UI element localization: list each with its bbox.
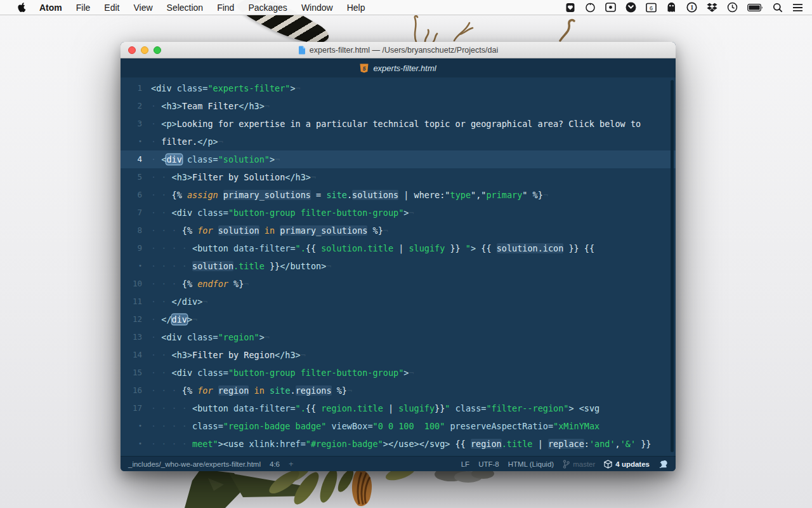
menu-atom[interactable]: Atom bbox=[32, 0, 69, 15]
tab-experts-filter[interactable]: 5 experts-filter.html bbox=[360, 64, 436, 73]
menu-edit[interactable]: Edit bbox=[97, 0, 126, 15]
menu-find[interactable]: Find bbox=[210, 0, 241, 15]
dropbox-icon[interactable] bbox=[707, 3, 717, 13]
menu-selection[interactable]: Selection bbox=[160, 0, 211, 15]
code-row[interactable]: 1<div class="experts-filter">¬ bbox=[121, 79, 676, 97]
token-tag: > bbox=[270, 154, 275, 164]
squirrel-icon[interactable] bbox=[658, 460, 668, 469]
vertical-scrollbar[interactable] bbox=[671, 80, 674, 452]
line-number[interactable]: 4 bbox=[121, 150, 142, 168]
line-number[interactable]: 9 bbox=[121, 239, 142, 257]
document-proxy-icon[interactable] bbox=[298, 46, 306, 55]
code-row[interactable]: 10···{% endfor %}¬ bbox=[121, 275, 676, 293]
line-number[interactable]: 2 bbox=[121, 97, 142, 115]
menu-packages[interactable]: Packages bbox=[241, 0, 294, 15]
menu-window[interactable]: Window bbox=[294, 0, 340, 15]
timer-circle-icon[interactable] bbox=[585, 2, 596, 13]
line-number[interactable]: 3 bbox=[121, 115, 142, 133]
code-row[interactable]: 2·<h3>Team Filter</h3>¬ bbox=[121, 97, 676, 115]
token-tag: <h3> bbox=[161, 101, 182, 111]
token-tag: <div bbox=[151, 83, 177, 93]
line-number[interactable]: 17 bbox=[121, 399, 142, 417]
code-row[interactable]: •····class="region-badge badge" viewBox=… bbox=[121, 417, 676, 435]
heart-badge-icon[interactable] bbox=[565, 3, 575, 13]
indent-guide: · bbox=[172, 382, 182, 399]
spotlight-search-icon[interactable] bbox=[773, 3, 783, 13]
code-row[interactable]: 3·<p>Looking for expertise in a particul… bbox=[121, 115, 676, 133]
code-row[interactable]: 7··<div class="button-group filter-butto… bbox=[121, 204, 676, 222]
line-number[interactable]: 10 bbox=[121, 275, 142, 293]
indent-guide: · bbox=[161, 204, 171, 222]
close-button[interactable] bbox=[128, 46, 136, 54]
eol-invisible: ¬ bbox=[218, 137, 223, 147]
line-number[interactable]: 15 bbox=[121, 364, 142, 382]
token-str: "filter--region" bbox=[486, 403, 568, 413]
indent-guide: · bbox=[151, 435, 161, 453]
eol-invisible: ¬ bbox=[296, 83, 301, 93]
indent-guide: · bbox=[151, 417, 161, 435]
line-number[interactable]: 16 bbox=[121, 382, 142, 399]
line-number[interactable]: 13 bbox=[121, 328, 142, 346]
wedge-circle-icon[interactable] bbox=[625, 2, 636, 13]
battery-icon[interactable] bbox=[747, 4, 763, 11]
line-number[interactable]: 12 bbox=[121, 311, 142, 328]
code-row[interactable]: 16···{% for region in site.regions %}¬ bbox=[121, 382, 676, 399]
code-row[interactable]: 8···{% for solution in primary_solutions… bbox=[121, 222, 676, 239]
line-number[interactable]: 14 bbox=[121, 346, 142, 364]
notification-list-icon[interactable] bbox=[792, 3, 803, 12]
apple-icon[interactable] bbox=[11, 0, 32, 15]
grammar-indicator[interactable]: HTML (Liquid) bbox=[508, 460, 554, 468]
tab-bar: 5 experts-filter.html bbox=[121, 58, 676, 77]
menu-help[interactable]: Help bbox=[340, 0, 372, 15]
token-var: solution bbox=[218, 225, 259, 236]
line-number[interactable]: 6 bbox=[121, 186, 142, 204]
code-line: ····class="region-badge badge" viewBox="… bbox=[151, 417, 599, 435]
line-number[interactable]: 5 bbox=[121, 168, 142, 186]
menu-items: AtomFileEditViewSelectionFindPackagesWin… bbox=[32, 0, 372, 15]
calendar-icon[interactable]: 6 bbox=[646, 3, 657, 13]
menu-view[interactable]: View bbox=[126, 0, 159, 15]
code-row[interactable]: •····solution.title }}</button>¬ bbox=[121, 257, 676, 275]
code-row[interactable]: 15··<div class="button-group filter-butt… bbox=[121, 364, 676, 382]
git-branch-indicator[interactable]: master bbox=[563, 460, 595, 469]
code-line: ·</div>¬ bbox=[151, 311, 197, 328]
clock-icon[interactable] bbox=[727, 2, 738, 13]
window-titlebar[interactable]: experts-filter.html — /Users/bryanschuet… bbox=[121, 42, 676, 58]
code-row[interactable]: •····meet"><use xlink:href="#region-badg… bbox=[121, 435, 676, 453]
zoom-button[interactable] bbox=[154, 46, 161, 54]
code-row[interactable]: 9····<button data-filter=".{{ solution.t… bbox=[121, 239, 676, 257]
code-row[interactable]: 5··<h3>Filter by Solution</h3>¬ bbox=[121, 168, 676, 186]
line-number[interactable]: 7 bbox=[121, 204, 142, 222]
package-updates[interactable]: 4 updates bbox=[604, 460, 650, 469]
mascot-icon[interactable] bbox=[666, 2, 677, 13]
code-row[interactable]: 11··</div>¬ bbox=[121, 293, 676, 311]
encoding-indicator[interactable]: UTF-8 bbox=[478, 460, 499, 468]
indent-guide: · bbox=[172, 275, 182, 293]
menu-bar: AtomFileEditViewSelectionFindPackagesWin… bbox=[0, 0, 812, 15]
code-row[interactable]: •·filter.</p>¬ bbox=[121, 133, 676, 150]
code-row[interactable]: 6··{% assign primary_solutions = site.so… bbox=[121, 186, 676, 204]
indent-guide: · bbox=[151, 399, 161, 417]
code-row[interactable]: 17····<button data-filter=".{{ region.ti… bbox=[121, 399, 676, 417]
token-kw: endfor bbox=[197, 279, 228, 289]
line-number[interactable]: 1 bbox=[121, 79, 142, 97]
menu-file[interactable]: File bbox=[69, 0, 98, 15]
record-square-icon[interactable] bbox=[605, 3, 616, 12]
line-number[interactable]: 8 bbox=[121, 222, 142, 239]
code-row[interactable]: 13·<div class="region">¬ bbox=[121, 328, 676, 346]
indent-guide: · bbox=[182, 399, 192, 417]
code-editor[interactable]: 1<div class="experts-filter">¬2·<h3>Team… bbox=[121, 77, 676, 456]
eol-invisible: ¬ bbox=[275, 154, 280, 164]
info-circle-icon[interactable]: 1 bbox=[686, 2, 697, 13]
token-tag: > bbox=[259, 332, 265, 342]
status-bar-right: LF UTF-8 HTML (Liquid) master 4 updates bbox=[461, 460, 668, 469]
line-ending-indicator[interactable]: LF bbox=[461, 460, 469, 468]
line-number[interactable]: 11 bbox=[121, 293, 142, 311]
cursor-position[interactable]: 4:6 bbox=[270, 460, 280, 468]
token-tag: <div bbox=[172, 368, 198, 378]
code-row[interactable]: 14··<h3>Filter by Region</h3>¬ bbox=[121, 346, 676, 364]
minimize-button[interactable] bbox=[141, 46, 148, 54]
code-row[interactable]: 4·<div class="solution">¬ bbox=[121, 150, 676, 168]
code-row[interactable]: 12·</div>¬ bbox=[121, 311, 676, 328]
plus-indicator[interactable]: + bbox=[289, 459, 294, 469]
